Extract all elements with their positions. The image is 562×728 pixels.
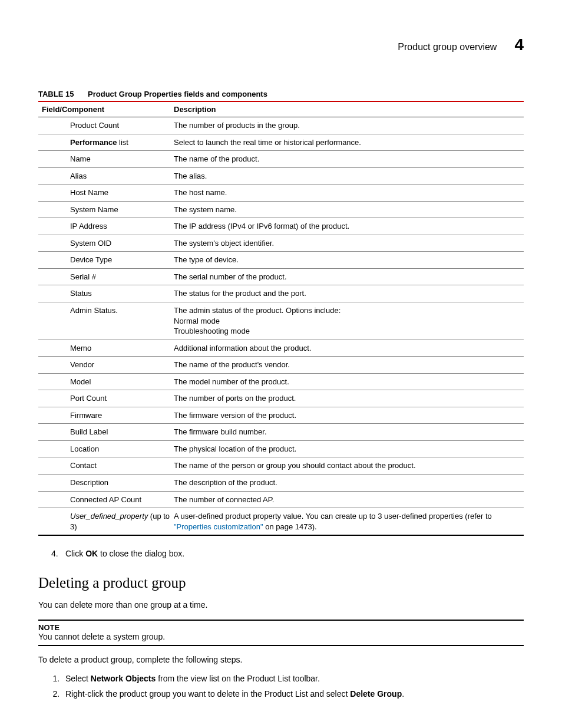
- desc-cell: The number of ports on the product.: [174, 390, 524, 407]
- desc-cell: The number of products in the group.: [174, 117, 524, 134]
- step-4-num: 4.: [51, 549, 63, 558]
- desc-cell: The name of the product's vendor.: [174, 357, 524, 374]
- field-cell: Alias: [38, 167, 174, 185]
- table-row: DescriptionThe description of the produc…: [38, 475, 524, 492]
- desc-cell: The number of connected AP.: [174, 491, 524, 508]
- desc-cell: The system name.: [174, 201, 524, 218]
- table-label: TABLE 15: [38, 90, 74, 98]
- header-title: Product group overview: [398, 42, 497, 52]
- table-row: IP AddressThe IP address (IPv4 or IPv6 f…: [38, 218, 524, 235]
- table-row: Build LabelThe firmware build number.: [38, 424, 524, 441]
- field-cell: Model: [38, 373, 174, 390]
- list-item: Right-click the product group you want t…: [62, 689, 524, 699]
- chapter-number: 4: [514, 35, 524, 54]
- field-cell: User_defined_property (up to 3): [38, 508, 174, 536]
- col-header-field: Field/Component: [38, 101, 174, 117]
- field-cell: Device Type: [38, 252, 174, 269]
- desc-cell: The firmware version of the product.: [174, 407, 524, 424]
- field-cell: Port Count: [38, 390, 174, 407]
- field-cell: System OID: [38, 235, 174, 252]
- steps-list: Select Network Objects from the view lis…: [50, 674, 524, 699]
- field-cell: Host Name: [38, 185, 174, 202]
- desc-cell: The IP address (IPv4 or IPv6 format) of …: [174, 218, 524, 235]
- field-cell: Performance list: [38, 134, 174, 151]
- note-block: NOTE You cannot delete a system group.: [38, 620, 524, 646]
- table-caption: TABLE 15 Product Group Properties fields…: [38, 90, 524, 98]
- table-row: Port CountThe number of ports on the pro…: [38, 390, 524, 407]
- field-cell: Memo: [38, 340, 174, 357]
- desc-cell: The type of device.: [174, 252, 524, 269]
- desc-cell: Additional information about the product…: [174, 340, 524, 357]
- field-cell: Vendor: [38, 357, 174, 374]
- page-header: Product group overview 4: [38, 35, 524, 54]
- field-cell: System Name: [38, 201, 174, 218]
- table-row: Product CountThe number of products in t…: [38, 117, 524, 134]
- table-row: System NameThe system name.: [38, 201, 524, 218]
- field-cell: Product Count: [38, 117, 174, 134]
- table-row: MemoAdditional information about the pro…: [38, 340, 524, 357]
- desc-cell: The status for the product and the port.: [174, 285, 524, 302]
- desc-cell: A user-defined product property value. Y…: [174, 508, 524, 536]
- table-row: System OIDThe system's object identifier…: [38, 235, 524, 252]
- table-row: Serial #The serial number of the product…: [38, 268, 524, 285]
- field-cell: Status: [38, 285, 174, 302]
- step-4-text: Click OK to close the dialog box.: [65, 549, 184, 558]
- table-title: Product Group Properties fields and comp…: [88, 90, 267, 98]
- step-4: 4. Click OK to close the dialog box.: [38, 549, 524, 558]
- field-cell: Admin Status.: [38, 302, 174, 340]
- properties-table: Field/Component Description Product Coun…: [38, 101, 524, 536]
- list-item: Select Network Objects from the view lis…: [62, 674, 524, 683]
- field-cell: Name: [38, 151, 174, 168]
- note-text: You cannot delete a system group.: [38, 632, 524, 641]
- table-row: Device TypeThe type of device.: [38, 252, 524, 269]
- table-row: Admin Status.The admin status of the pro…: [38, 302, 524, 340]
- note-label: NOTE: [38, 623, 524, 632]
- field-cell: Build Label: [38, 424, 174, 441]
- field-cell: IP Address: [38, 218, 174, 235]
- table-row: StatusThe status for the product and the…: [38, 285, 524, 302]
- section-lead: To delete a product group, complete the …: [38, 654, 524, 666]
- desc-cell: Select to launch the real time or histor…: [174, 134, 524, 151]
- field-cell: Contact: [38, 457, 174, 475]
- table-row: Performance listSelect to launch the rea…: [38, 134, 524, 151]
- table-row: VendorThe name of the product's vendor.: [38, 357, 524, 374]
- desc-cell: The alias.: [174, 167, 524, 185]
- table-row: ModelThe model number of the product.: [38, 373, 524, 390]
- desc-cell: The model number of the product.: [174, 373, 524, 390]
- desc-cell: The serial number of the product.: [174, 268, 524, 285]
- desc-cell: The name of the person or group you shou…: [174, 457, 524, 475]
- field-cell: Firmware: [38, 407, 174, 424]
- field-cell: Description: [38, 475, 174, 492]
- field-cell: Serial #: [38, 268, 174, 285]
- table-row: User_defined_property (up to 3)A user-de…: [38, 508, 524, 536]
- desc-cell: The admin status of the product. Options…: [174, 302, 524, 340]
- desc-cell: The description of the product.: [174, 475, 524, 492]
- section-heading: Deleting a product group: [38, 575, 524, 591]
- col-header-desc: Description: [174, 101, 524, 117]
- desc-cell: The name of the product.: [174, 151, 524, 168]
- table-row: Connected AP CountThe number of connecte…: [38, 491, 524, 508]
- desc-cell: The system's object identifier.: [174, 235, 524, 252]
- table-row: NameThe name of the product.: [38, 151, 524, 168]
- desc-cell: The host name.: [174, 185, 524, 202]
- field-cell: Location: [38, 440, 174, 457]
- desc-cell: The firmware build number.: [174, 424, 524, 441]
- section-intro: You can delete more than one group at a …: [38, 599, 524, 611]
- table-row: FirmwareThe firmware version of the prod…: [38, 407, 524, 424]
- table-row: LocationThe physical location of the pro…: [38, 440, 524, 457]
- field-cell: Connected AP Count: [38, 491, 174, 508]
- table-row: Host NameThe host name.: [38, 185, 524, 202]
- desc-cell: The physical location of the product.: [174, 440, 524, 457]
- table-row: ContactThe name of the person or group y…: [38, 457, 524, 475]
- table-row: AliasThe alias.: [38, 167, 524, 185]
